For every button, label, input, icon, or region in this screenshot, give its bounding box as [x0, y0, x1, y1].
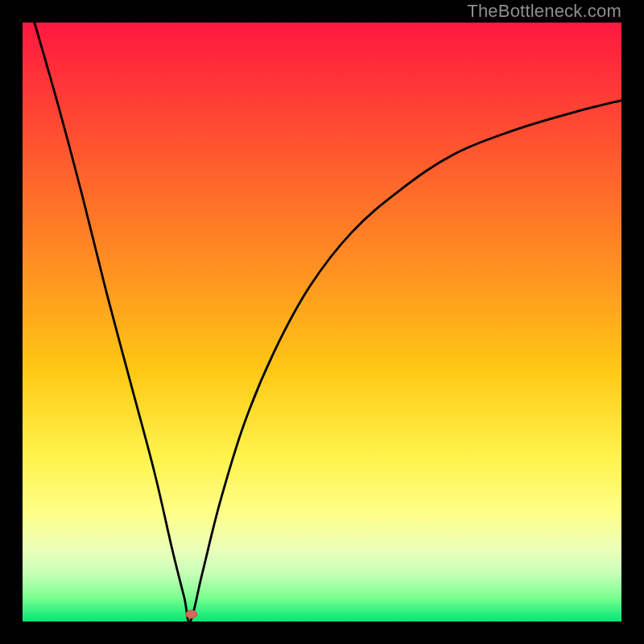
curve-svg: [23, 23, 621, 621]
watermark-text: TheBottleneck.com: [467, 1, 621, 22]
bottleneck-curve: [35, 23, 621, 621]
minimum-marker: [186, 610, 197, 618]
chart-frame: TheBottleneck.com: [0, 0, 644, 644]
plot-area: [23, 23, 621, 621]
